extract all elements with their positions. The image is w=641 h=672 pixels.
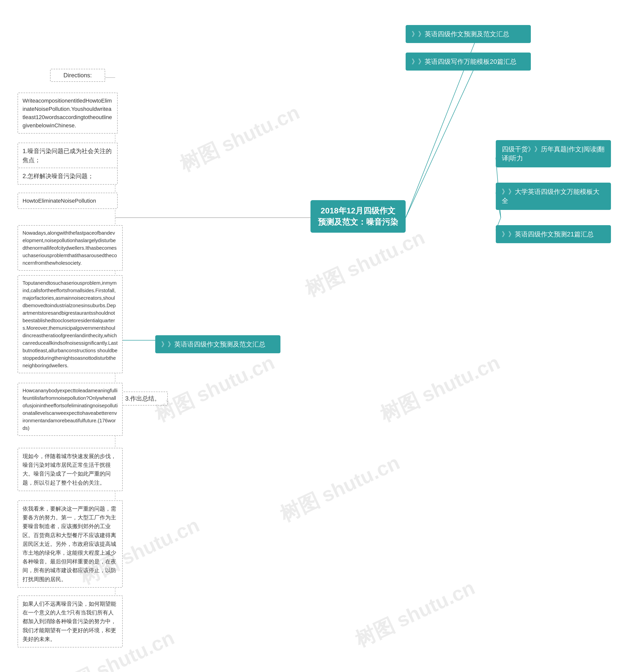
bottom-teal-node[interactable]: 》》英语语四级作文预测及范文汇总	[155, 335, 281, 353]
watermark-4: 树图 shutu.cn	[276, 449, 404, 528]
right-node-1[interactable]: 四级干货》》历年真题|作文|阅读|翻译|听力	[496, 140, 611, 167]
directions-node: Directions:	[50, 69, 105, 82]
watermark-1: 树图 shutu.cn	[176, 99, 304, 178]
chinese-node-3: 如果人们不远离噪音污染，如何期望能在一个意义的人生?只有当我们所有人都加入到消除…	[17, 596, 123, 647]
essay-node-1: Nowadays,alongwiththefastpaceofbandevelo…	[17, 225, 123, 271]
outline-label-3: 3.作出总结。	[118, 392, 168, 406]
essay-node-2: Toputanendtosuchaseriousproblem,inmymind…	[17, 275, 123, 373]
right-node-3[interactable]: 》》英语四级作文预测21篇汇总	[496, 225, 611, 243]
content-node-2: 1.噪音污染问题已成为社会关注的焦点；	[17, 143, 118, 169]
right-node-2[interactable]: 》》大学英语四级作文万能模板大全	[496, 183, 611, 210]
essay-node-3: Howcananybodyexpecttoleadameaningfullife…	[17, 383, 123, 436]
watermark-2: 树图 shutu.cn	[301, 224, 429, 303]
right-top-node-2[interactable]: 》》英语四级写作万能模板20篇汇总	[406, 53, 531, 71]
mind-map-canvas: 2018年12月四级作文预测及范文：噪音污染 》》英语四级作文预测及范文汇总 》…	[0, 0, 641, 672]
watermark-6: 树图 shutu.cn	[376, 349, 504, 428]
chinese-node-1: 现如今，伴随着城市快速发展的步伐，噪音污染对城市居民正常生活干扰很大。噪音污染成…	[17, 448, 123, 491]
watermark-7: 树图 shutu.cn	[351, 574, 479, 654]
content-node-4: HowtoEliminateNoisePollution	[17, 193, 118, 209]
right-top-node-1[interactable]: 》》英语四级作文预测及范文汇总	[406, 25, 531, 43]
chinese-node-2: 依我看来，要解决这一严重的问题，需要各方的努力。第一，大型工厂作为主要噪音制造者…	[17, 500, 123, 588]
watermark-3: 树图 shutu.cn	[150, 349, 279, 428]
central-node: 2018年12月四级作文预测及范文：噪音污染	[311, 200, 406, 233]
content-node-3: 2.怎样解决噪音污染问题；	[17, 168, 118, 185]
content-node-1: WriteacompositionentitledHowtoEliminateN…	[17, 93, 118, 134]
svg-line-1	[406, 65, 476, 218]
